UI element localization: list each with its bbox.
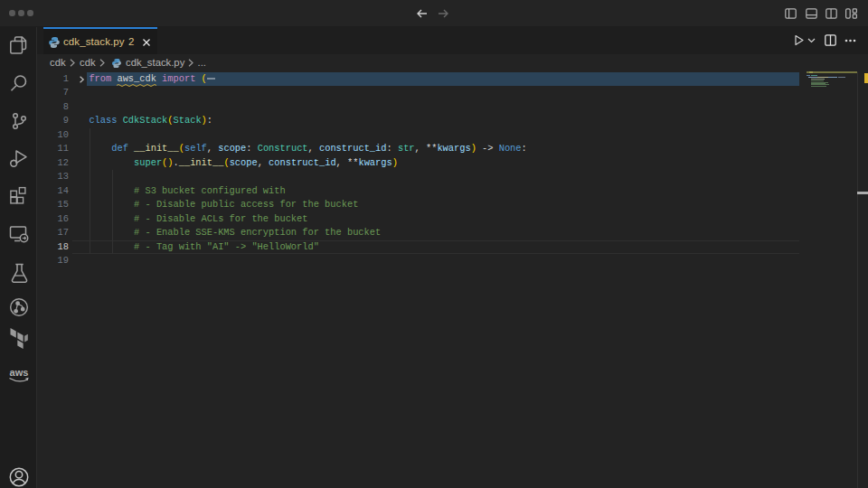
svg-text:aws: aws [10,367,29,378]
